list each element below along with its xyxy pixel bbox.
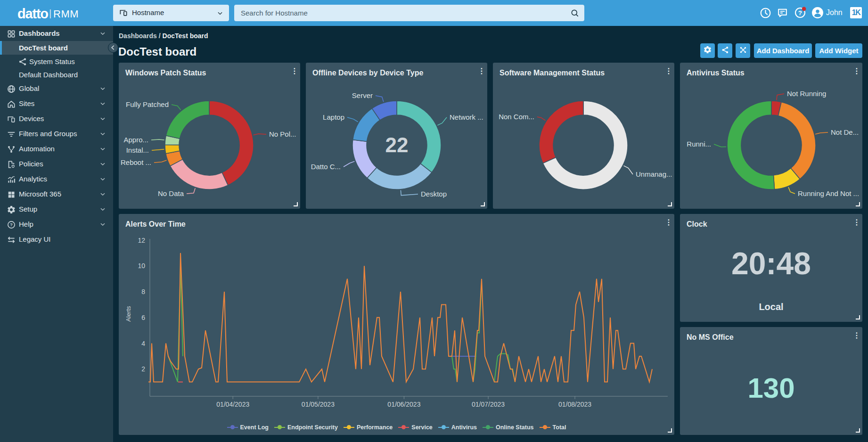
svg-text:Network ...: Network ...	[450, 113, 483, 121]
svg-text:6: 6	[141, 314, 145, 321]
svg-text:Unmanag...: Unmanag...	[636, 170, 672, 178]
svg-text:?: ?	[10, 222, 13, 227]
svg-text:Desktop: Desktop	[421, 190, 447, 198]
svg-text:Instal...: Instal...	[126, 146, 149, 154]
svg-text:10: 10	[138, 262, 145, 270]
svg-text:22: 22	[385, 133, 409, 156]
svg-text:Not Running: Not Running	[787, 90, 826, 98]
svg-text:Runni...: Runni...	[687, 140, 711, 148]
svg-text:Running And Not ...: Running And Not ...	[798, 189, 859, 197]
svg-text:01/05/2023: 01/05/2023	[302, 401, 335, 408]
svg-text:Fully Patched: Fully Patched	[126, 100, 169, 108]
svg-text:Not De...: Not De...	[831, 128, 859, 136]
svg-text:Reboot ...: Reboot ...	[121, 158, 151, 166]
svg-text:12: 12	[138, 237, 145, 244]
svg-text:Alerts: Alerts	[125, 306, 132, 322]
svg-text:No Data: No Data	[158, 189, 184, 197]
svg-text:Non Com...: Non Com...	[499, 113, 534, 121]
svg-text:Laptop: Laptop	[323, 113, 344, 121]
svg-text:?: ?	[798, 9, 802, 16]
svg-text:Appro...: Appro...	[123, 136, 148, 144]
svg-text:01/08/2023: 01/08/2023	[558, 401, 591, 408]
svg-text:No Pol...: No Pol...	[269, 130, 296, 138]
svg-text:8: 8	[141, 288, 145, 295]
svg-text:Server: Server	[352, 91, 373, 99]
svg-text:4: 4	[141, 340, 145, 347]
svg-text:01/07/2023: 01/07/2023	[472, 401, 505, 408]
svg-text:Datto C...: Datto C...	[311, 163, 341, 171]
svg-text:2: 2	[141, 365, 145, 373]
svg-text:01/06/2023: 01/06/2023	[387, 401, 420, 408]
svg-text:01/04/2023: 01/04/2023	[216, 401, 249, 408]
